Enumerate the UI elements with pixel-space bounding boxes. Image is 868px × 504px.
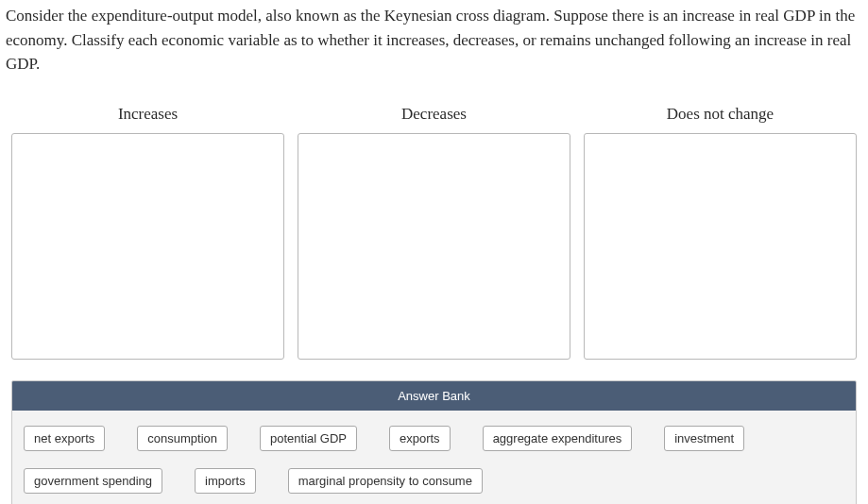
drop-zone-no-change[interactable] [584,133,857,360]
answer-bank-body: net exports consumption potential GDP ex… [12,411,856,505]
tile-consumption[interactable]: consumption [137,426,228,451]
column-no-change: Does not change [584,105,857,360]
tile-row-1: net exports consumption potential GDP ex… [24,426,844,451]
column-label-increases: Increases [118,105,178,124]
tile-potential-gdp[interactable]: potential GDP [260,426,357,451]
classification-columns: Increases Decreases Does not change [0,105,868,360]
tile-imports[interactable]: imports [195,468,256,494]
tile-aggregate-expenditures[interactable]: aggregate expenditures [483,426,633,451]
tile-government-spending[interactable]: government spending [24,468,162,494]
column-label-decreases: Decreases [401,105,467,124]
tile-mpc[interactable]: marginal propensity to consume [288,468,483,494]
tile-net-exports[interactable]: net exports [24,426,105,451]
tile-exports[interactable]: exports [389,426,451,451]
question-text: Consider the expenditure-output model, a… [0,0,868,88]
column-increases: Increases [11,105,284,360]
answer-bank: Answer Bank net exports consumption pote… [11,380,857,505]
tile-investment[interactable]: investment [664,426,744,451]
tile-row-2: government spending imports marginal pro… [24,468,844,494]
column-decreases: Decreases [298,105,570,360]
drop-zone-decreases[interactable] [298,133,570,360]
column-label-no-change: Does not change [667,105,774,124]
answer-bank-header: Answer Bank [12,381,856,411]
drop-zone-increases[interactable] [11,133,284,360]
